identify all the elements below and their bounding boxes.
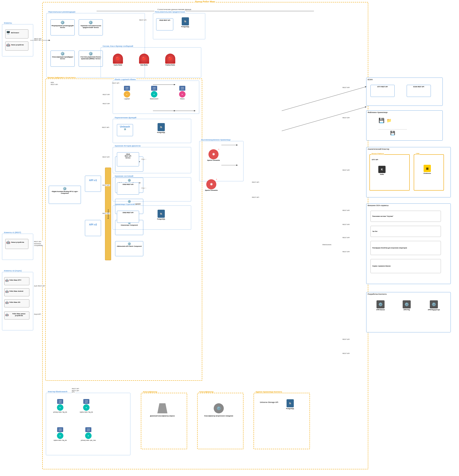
rest-api-feature-label: REST API — [102, 127, 110, 128]
file-storage-label: Файловое Хранилище — [368, 111, 388, 113]
form-recommendations-box: ⚙️ «Формирование рекомендаций» Service — [50, 19, 75, 35]
node-es04-group: node es04 E primary index: qdx_max — [75, 427, 101, 441]
kibana-icon: K — [179, 91, 186, 97]
websockets-label: WebSockets — [322, 244, 332, 246]
rest-api-to-file-storage: REST API — [342, 117, 350, 119]
postgresql-content-label: PostgreSQL — [282, 408, 298, 409]
elastic-icon-es01: E — [57, 404, 63, 411]
stat-data-label: Статистические данные — [157, 8, 178, 10]
elastic-section: Elastic Logstash Kibana nodees01 L Logst… — [113, 81, 199, 114]
cache-redis-label: Cache Redis — [109, 64, 127, 66]
robot-mars-etgu-label: Робот Макс ЕТГУ — [9, 279, 21, 281]
postgresql-strategy-label: PostgreSQL — [153, 218, 169, 220]
cassandra-dialog-group: ✱ * Apache Cassandra — [205, 149, 221, 161]
cassandra-dialog-label: Apache Cassandra — [205, 159, 221, 161]
search-sputnik-box: Поисковая система "Спутник" — [370, 211, 441, 222]
node-es03-icon: node es03 — [57, 427, 63, 432]
cache-redis-group: 🔴 Cache Redis — [109, 54, 127, 66]
node-logstash-icon: nodees01 — [124, 86, 130, 91]
feature-toggle-section: Переключение функций Unleash ⚙️ 🐘 Postgr… — [113, 119, 191, 143]
apm-quizzes-group: ⚙️ APM Квизов — [370, 300, 391, 311]
diagram-container: Статистические данные REST API Бренд Роб… — [0, 0, 459, 476]
content-storage-section: Единое Хранилище Контента Universe Stora… — [254, 393, 310, 449]
kafka-label: Kafka — [375, 173, 389, 175]
data-redis-label: Data Redis — [135, 64, 153, 66]
replica-faq-idx-label: replica index: faq_idx — [75, 411, 97, 413]
universe-storage-api-label: Universe Storage API — [258, 401, 280, 403]
etgu-api-label: ЕТГУ API — [372, 159, 378, 161]
dialog-history-storage-section: Хранение Истории Диалогов CRUDREST APISe… — [113, 147, 191, 173]
stream-platform-label: Stream Platform — [371, 153, 384, 154]
node-es01-label: node es01 — [57, 400, 63, 403]
etgu-rest-api-box: ЕТГУ REST API — [370, 85, 395, 97]
esia-rest-api-box: ЕСИА REST API — [407, 85, 431, 97]
high-loaded-storage-section: Высоконагруженное Хранилище ✱ * Apache C… — [199, 141, 244, 181]
cassandra-state-group: ✱ * Apache Cassandra — [201, 179, 221, 191]
rest-api-mid-1: REST API — [102, 94, 110, 95]
robot-mars-android-box: 🤖 Робот Макс Android — [4, 288, 29, 296]
digital-assistant-routing-box: ⚙️ «Digital Assistant Routing API & Logi… — [49, 186, 81, 204]
rest-api-above-cluster: REST API — [71, 388, 80, 390]
file-storage-db-group: 💾 📁 💾 — [378, 118, 407, 135]
rest-api-to-soa-3: REST API — [342, 237, 350, 238]
elasticsearch-cluster-section: Кластер Elasticsearch node es01 E primar… — [46, 393, 130, 455]
node-es02-group: node es02 E replica index: faq_idx — [75, 399, 97, 413]
clients-v2-section: Клиенты v2 (Async) 🤖 Робот Макс ЕТГУ 🤖 Р… — [2, 272, 33, 330]
apm-quizzes-label: APM Квизов — [370, 309, 391, 311]
kafka-icon: K — [378, 166, 385, 173]
rest-api-prefs-arrow: REST API — [139, 19, 147, 21]
postgresql-feature-group: 🐘 PostgreSQL — [153, 123, 169, 133]
websockets-api-label: «Websockets API Client» Component — [116, 245, 143, 247]
node-logstash-group: nodees01 L Logstash — [117, 86, 137, 100]
external-soa-section: Внешнее SOA-сервисы Поисковая система "С… — [366, 204, 451, 284]
apm-moderator-group: ⚙️ APM Модератора — [422, 300, 446, 311]
analytic-cluster-label: Аналитический Кластер — [368, 148, 389, 150]
async-api-label: AsyncAPI — [34, 313, 41, 315]
node-es02-icon: node es02 — [83, 399, 89, 404]
stream-platform-box: Stream Platform ЕТГУ API K Kafka — [369, 154, 410, 191]
store-preferences-label: «Хранение пользовательских предпочтений»… — [79, 25, 102, 28]
clients-v1-label: Клиенты v1 (REST) — [3, 231, 22, 233]
node-kibana-icon: nodees03 — [179, 86, 185, 91]
postgresql-prefs: 🐘 PostgreSQL — [177, 17, 193, 34]
omnichat-label: Платформа OmniChat для получения операто… — [372, 247, 407, 249]
rest-api-to-soa-4: REST API — [342, 251, 350, 253]
apm-faq-icon: ⚙️ — [403, 300, 411, 308]
content-storage-label: Единое Хранилище Контента — [255, 391, 283, 393]
elastic-icon-es04: E — [85, 433, 91, 439]
crud-rest-api-prefs-box: CRUD REST API — [156, 18, 173, 30]
elasticsearch-label: Elasticsearch — [144, 98, 164, 100]
store-preferences-box: ⚙️ «Хранение пользовательских предпочтен… — [79, 19, 103, 35]
state-storage-label: Хранение состояний — [114, 175, 134, 177]
unleash-box: Unleash ⚙️ — [117, 124, 133, 136]
universe-storage-api-group: Universe Storage API — [258, 401, 280, 403]
web-client-box: 🖥️ Веб-Клиент — [5, 29, 28, 38]
smart-device-box: 🤖 Умное устройство — [5, 42, 28, 51]
classifier-1-label: Классификатор — [142, 391, 158, 393]
classify-provider-box: ⚙️ «Классификация провайдера» Service — [50, 51, 75, 67]
rest-api-bottom-2: REST API — [342, 353, 350, 354]
crud-rest-api-state-label: CRUD REST API — [117, 184, 139, 185]
crud-rest-api-state-box: CRUD REST API — [117, 182, 139, 195]
api-v2-label: API v2 — [86, 223, 100, 226]
crm-box: CRM ▦ Clickhouse — [414, 154, 444, 191]
data-redis-group: 🔴 Data Redis — [135, 54, 153, 66]
apm-moderator-label: APM Модератора — [422, 309, 446, 311]
rest-api-strategy-arrow: REST API — [102, 212, 110, 214]
rest-api-b2b: REST API — [50, 84, 58, 85]
intent-classifier-label: Классификатор метрического поведения — [204, 415, 234, 417]
postgresql-prefs-icon: 🐘 — [182, 17, 189, 26]
elastic-icon-es02: E — [83, 404, 90, 411]
robot-mars-ios-box: 🤖 Робот Макс iOS — [4, 299, 29, 307]
robot-mars-etgu-box: 🤖 Робот Макс ЕТГУ — [4, 277, 29, 285]
domain-classifier-label: Доменный классификатор запроса — [147, 415, 178, 417]
api-v1-box: API v1 — [85, 176, 101, 192]
robot-mars-smart-label: Робот Макс умные устройства — [9, 313, 28, 316]
pubsub-redis-group: 🔴 PubSub Redis — [161, 54, 179, 66]
node-es02-label: node es02 — [83, 400, 89, 403]
quiz-streaming-label: Сервис стриминга Квизов — [372, 265, 391, 267]
cql-state-label: CQL→ — [141, 187, 147, 189]
kibana-label: Kibana — [172, 98, 192, 100]
elastic-icon-es03: E — [57, 433, 63, 439]
intent-classifier-group: ⚙️ Классификатор метрического поведения — [204, 403, 234, 417]
